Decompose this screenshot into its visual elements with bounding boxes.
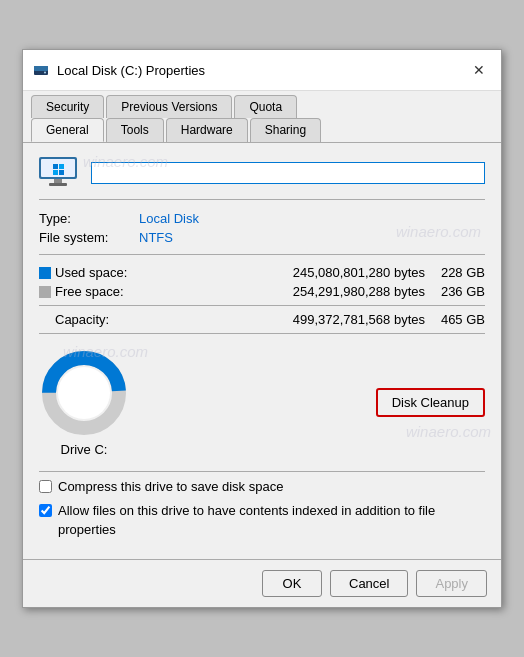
- hdd-icon: [39, 157, 79, 189]
- tab-hardware[interactable]: Hardware: [166, 118, 248, 142]
- ok-button[interactable]: OK: [262, 570, 322, 597]
- svg-point-14: [58, 367, 110, 419]
- drive-icon: [33, 62, 49, 78]
- fs-value: NTFS: [139, 229, 485, 246]
- svg-rect-8: [53, 164, 58, 169]
- used-dot: [39, 267, 51, 279]
- tabs-container: Security Previous Versions Quota General…: [23, 91, 501, 143]
- title-text: Local Disk (C:) Properties: [57, 63, 205, 78]
- capacity-gb: 465 GB: [425, 312, 485, 327]
- tab-previous-versions[interactable]: Previous Versions: [106, 95, 232, 118]
- fs-label: File system:: [39, 229, 139, 246]
- bottom-bar: OK Cancel Apply: [23, 559, 501, 607]
- tab-tools[interactable]: Tools: [106, 118, 164, 142]
- disk-visual-row: Drive C: Disk Cleanup: [39, 340, 485, 465]
- dialog-window: Local Disk (C:) Properties ✕ Security Pr…: [22, 49, 502, 608]
- used-gb: 228 GB: [425, 265, 485, 280]
- free-bytes: 254,291,980,288 bytes: [155, 284, 425, 299]
- donut-container: Drive C:: [39, 348, 129, 457]
- compress-checkbox-row: Compress this drive to save disk space: [39, 478, 485, 496]
- drive-label: Drive C:: [61, 442, 108, 457]
- drive-icon-large: [39, 157, 79, 189]
- info-grid: Type: Local Disk File system: NTFS: [39, 210, 485, 255]
- type-value: Local Disk: [139, 210, 485, 227]
- free-dot: [39, 286, 51, 298]
- disk-cleanup-area: Disk Cleanup: [376, 388, 485, 417]
- tab-sharing[interactable]: Sharing: [250, 118, 321, 142]
- svg-rect-9: [59, 164, 64, 169]
- tabs-bottom-row: General Tools Hardware Sharing: [23, 118, 501, 142]
- compress-label: Compress this drive to save disk space: [58, 478, 283, 496]
- index-checkbox[interactable]: [39, 504, 52, 517]
- space-grid: Used space: 245,080,801,280 bytes 228 GB…: [39, 265, 485, 299]
- tab-security[interactable]: Security: [31, 95, 104, 118]
- divider-2: [39, 333, 485, 334]
- drive-header: [39, 157, 485, 200]
- capacity-label: Capacity:: [39, 312, 155, 327]
- disk-cleanup-button[interactable]: Disk Cleanup: [376, 388, 485, 417]
- content-area: winaero.com winaero.com winaero.com wina…: [23, 143, 501, 559]
- tabs-top-row: Security Previous Versions Quota: [23, 91, 501, 118]
- cancel-button[interactable]: Cancel: [330, 570, 408, 597]
- capacity-row: Capacity: 499,372,781,568 bytes 465 GB: [39, 312, 485, 327]
- svg-rect-7: [49, 183, 67, 186]
- used-bytes: 245,080,801,280 bytes: [155, 265, 425, 280]
- divider-1: [39, 305, 485, 306]
- index-label: Allow files on this drive to have conten…: [58, 502, 485, 538]
- tab-general[interactable]: General: [31, 118, 104, 142]
- svg-rect-11: [59, 170, 64, 175]
- free-gb: 236 GB: [425, 284, 485, 299]
- free-label: Free space:: [55, 284, 155, 299]
- compress-checkbox[interactable]: [39, 480, 52, 493]
- apply-button[interactable]: Apply: [416, 570, 487, 597]
- title-bar: Local Disk (C:) Properties ✕: [23, 50, 501, 91]
- svg-rect-1: [34, 66, 48, 71]
- drive-name-input[interactable]: [91, 162, 485, 184]
- close-button[interactable]: ✕: [467, 58, 491, 82]
- svg-point-3: [44, 72, 46, 74]
- donut-chart: [39, 348, 129, 438]
- type-label: Type:: [39, 210, 139, 227]
- used-label: Used space:: [55, 265, 155, 280]
- svg-rect-6: [54, 179, 62, 183]
- divider-3: [39, 471, 485, 472]
- tab-quota[interactable]: Quota: [234, 95, 297, 118]
- svg-rect-10: [53, 170, 58, 175]
- capacity-bytes: 499,372,781,568 bytes: [155, 312, 425, 327]
- title-bar-left: Local Disk (C:) Properties: [33, 62, 205, 78]
- index-checkbox-row: Allow files on this drive to have conten…: [39, 502, 485, 538]
